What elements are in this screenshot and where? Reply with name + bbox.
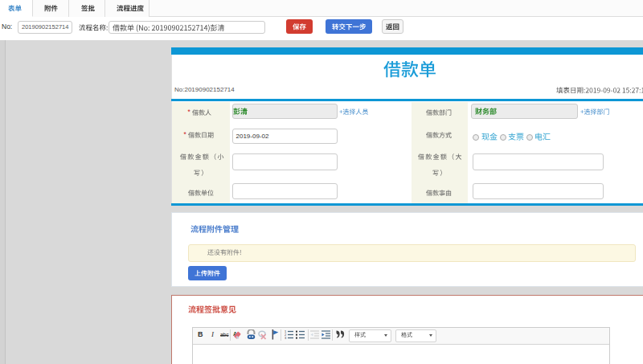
svg-text:3: 3 [285, 336, 287, 339]
